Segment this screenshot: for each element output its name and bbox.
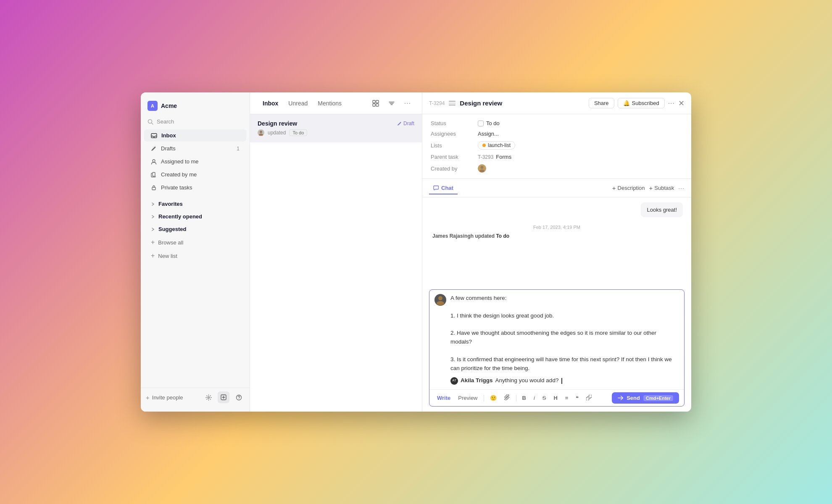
svg-rect-5	[152, 187, 155, 190]
send-button[interactable]: Send Cmd+Enter	[612, 392, 679, 404]
inbox-item-draft: Draft	[397, 121, 414, 126]
assigned-icon	[151, 159, 157, 165]
created-label: Created by me	[161, 171, 197, 178]
sidebar-item-private[interactable]: Private tasks	[144, 181, 246, 194]
inbox-view-toggle[interactable]	[370, 97, 382, 109]
strikethrough-button[interactable]: S	[540, 394, 549, 402]
detail-header: T-3294 Design review Share 🔔 Subscribed …	[422, 92, 691, 114]
compose-spacer-3	[450, 346, 679, 355]
mention-name: Akila Triggs	[461, 376, 493, 385]
browse-all-button[interactable]: + Browse all	[144, 236, 246, 249]
plus-square-icon	[221, 394, 226, 400]
svg-point-11	[239, 399, 239, 399]
svg-point-10	[236, 395, 241, 400]
tab-inbox[interactable]: Inbox	[258, 97, 282, 109]
tab-mentions[interactable]: Mentions	[313, 97, 346, 109]
assignees-label: Assignees	[431, 131, 473, 137]
tab-chat[interactable]: Chat	[429, 182, 458, 194]
svg-point-19	[260, 131, 262, 133]
task-title: Design review	[460, 100, 502, 107]
sidebar-section-recently[interactable]: Recently opened	[144, 210, 246, 223]
footer-icons	[203, 391, 245, 403]
inbox-item-status: To do	[289, 129, 307, 136]
italic-button[interactable]: i	[531, 394, 537, 402]
add-subtask-button[interactable]: + Subtask	[649, 184, 674, 192]
chat-input-row: A few comments here: 1. I think the desi…	[429, 290, 684, 389]
sidebar-item-assigned[interactable]: Assigned to me	[144, 155, 246, 168]
write-button[interactable]: Write	[434, 394, 453, 402]
sidebar-item-drafts[interactable]: Drafts 1	[144, 142, 246, 155]
browse-all-label: Browse all	[158, 239, 183, 246]
created-by-label: Created by	[431, 165, 473, 172]
invite-people-button[interactable]: + Invite people	[146, 394, 183, 401]
new-list-label: New list	[158, 253, 177, 259]
list-badge[interactable]: launch-list	[478, 141, 515, 150]
mention-avatar: AT	[450, 377, 458, 385]
chevron-right-icon	[151, 202, 155, 206]
help-button[interactable]	[233, 391, 245, 403]
view-icon	[372, 100, 379, 107]
lists-value: launch-list	[478, 141, 515, 150]
chat-more-button[interactable]: ···	[678, 185, 685, 192]
filter-icon	[388, 100, 395, 107]
list-dot	[482, 144, 486, 147]
chat-bubble: Looks great!	[641, 202, 683, 217]
search-button[interactable]: Search	[141, 116, 250, 127]
inbox-item[interactable]: Design review Draft updated To do	[250, 114, 422, 142]
quote-button[interactable]: ❝	[573, 394, 581, 402]
svg-rect-13	[376, 100, 379, 103]
inbox-filter-button[interactable]	[386, 97, 398, 109]
chat-section: Chat + Description + Subtask ···	[422, 179, 691, 412]
subscribed-button[interactable]: 🔔 Subscribed	[618, 98, 665, 108]
new-item-button[interactable]	[218, 391, 229, 403]
list-button[interactable]: ≡	[563, 394, 571, 402]
add-description-button[interactable]: + Description	[612, 184, 645, 192]
svg-line-1	[152, 123, 153, 124]
chat-toolbar: Write Preview 🙂 B i S H ≡ ❝	[429, 389, 684, 406]
created-by-value	[478, 164, 486, 173]
private-label: Private tasks	[161, 184, 192, 191]
link-button[interactable]	[584, 394, 594, 403]
sidebar-section-favorites[interactable]: Favorites	[144, 198, 246, 210]
chat-bubble-icon	[433, 185, 439, 191]
preview-button[interactable]: Preview	[455, 394, 480, 402]
sidebar-item-inbox[interactable]: Inbox	[144, 129, 246, 142]
chat-compose-area: A few comments here: 1. I think the desi…	[429, 289, 685, 407]
share-button[interactable]: Share	[589, 98, 614, 108]
app-window: A Acme Search Inbox Drafts 1	[141, 92, 691, 412]
emoji-button[interactable]: 🙂	[487, 394, 499, 402]
attachment-button[interactable]	[502, 393, 513, 403]
svg-point-22	[479, 170, 484, 173]
meta-row-parent: Parent task T-3293 Forms	[431, 154, 683, 160]
compose-line-2: 1. I think the design looks great good j…	[450, 312, 679, 320]
heading-button[interactable]: H	[551, 394, 560, 402]
inbox-more-button[interactable]: ···	[402, 97, 413, 109]
inbox-tabs: Inbox Unread Mentions	[258, 97, 346, 109]
favorites-label: Favorites	[158, 201, 183, 207]
chat-input-content[interactable]: A few comments here: 1. I think the desi…	[450, 294, 679, 385]
system-value: To do	[496, 233, 509, 239]
private-icon	[151, 185, 157, 191]
sidebar: A Acme Search Inbox Drafts 1	[141, 92, 250, 412]
inbox-header-actions: ···	[370, 97, 413, 109]
meta-row-assignees: Assignees Assign...	[431, 131, 683, 137]
paperclip-icon	[504, 394, 510, 400]
assignees-value[interactable]: Assign...	[478, 131, 499, 137]
more-options-button[interactable]: ···	[668, 100, 675, 107]
sidebar-item-created[interactable]: Created by me	[144, 168, 246, 181]
parent-value: T-3293 Forms	[478, 154, 511, 160]
bell-icon: 🔔	[623, 100, 630, 106]
settings-button[interactable]	[203, 391, 214, 403]
sidebar-section-suggested[interactable]: Suggested	[144, 223, 246, 235]
lists-label: Lists	[431, 142, 473, 149]
compose-line-4: 3. Is it confirmed that engineering will…	[450, 355, 679, 373]
close-button[interactable]: ✕	[678, 99, 685, 108]
search-label: Search	[157, 118, 174, 125]
new-list-button[interactable]: + New list	[144, 249, 246, 262]
toolbar-separator	[484, 395, 484, 402]
status-checkbox[interactable]	[478, 121, 484, 126]
tab-unread[interactable]: Unread	[284, 97, 312, 109]
bold-button[interactable]: B	[520, 394, 529, 402]
more-dots-icon: ···	[404, 100, 411, 107]
inbox-header: Inbox Unread Mentions	[250, 92, 422, 114]
